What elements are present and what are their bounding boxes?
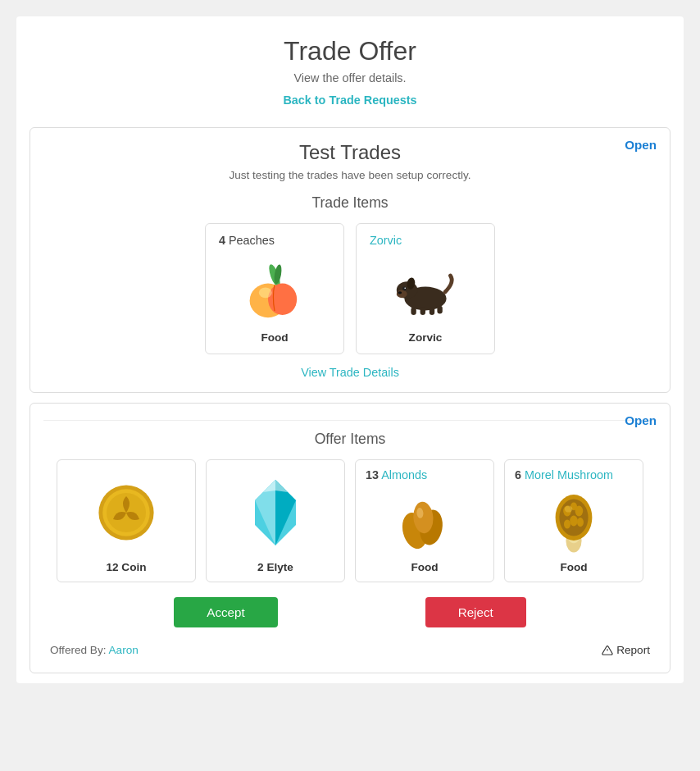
trade-card-title: Test Trades <box>43 141 657 164</box>
trade-items-heading: Trade Items <box>43 194 657 212</box>
offer-item-coin: 12 Coin <box>57 459 196 582</box>
view-trade-details-link[interactable]: View Trade Details <box>43 366 657 379</box>
elyte-icon-area <box>216 468 334 556</box>
card-footer: Offered By: Aaron Report <box>43 639 657 659</box>
svg-point-33 <box>570 515 578 526</box>
almonds-icon-area <box>366 485 484 556</box>
svg-rect-12 <box>411 307 416 315</box>
svg-point-3 <box>268 283 297 314</box>
coin-label: 12 Coin <box>106 561 146 573</box>
report-label: Report <box>616 644 650 656</box>
svg-rect-15 <box>437 305 442 313</box>
dog-icon <box>393 256 458 322</box>
zorvic-count-label: Zorvic <box>370 234 481 247</box>
peaches-name: Peaches <box>229 234 275 247</box>
page-subtitle: View the offer details. <box>33 71 667 84</box>
almonds-type-label: Food <box>411 561 438 573</box>
zorvic-icon-area <box>370 250 481 326</box>
trade-card-description: Just testing the trades have been setup … <box>43 169 657 181</box>
almonds-name: Almonds <box>381 468 427 481</box>
offer-items-heading: Offer Items <box>43 431 657 448</box>
trade-card-status: Open <box>625 138 657 152</box>
elyte-label: 2 Elyte <box>257 561 293 573</box>
report-link[interactable]: Report <box>602 644 650 656</box>
almond-icon <box>392 488 457 554</box>
offer-items-row: 12 Coin 2 Elyte 13 <box>43 459 657 582</box>
svg-marker-22 <box>263 480 288 492</box>
coin-icon-area <box>67 468 185 556</box>
mushroom-count: 6 <box>515 468 521 481</box>
offer-item-mushroom: 6 Morel Mushroom <box>504 459 643 582</box>
svg-rect-14 <box>430 307 434 315</box>
svg-rect-13 <box>420 307 425 315</box>
peaches-count: 4 <box>219 234 225 247</box>
zorvic-name: Zorvic <box>370 234 402 247</box>
almonds-count: 13 <box>366 468 379 481</box>
svg-point-9 <box>402 286 407 290</box>
mushroom-icon <box>541 488 607 554</box>
svg-point-7 <box>397 290 407 298</box>
coin-icon <box>93 480 159 545</box>
footer-actions: Accept Reject <box>43 597 657 627</box>
offer-item-elyte: 2 Elyte <box>206 459 345 582</box>
almonds-count-label: 13 Almonds <box>366 468 484 481</box>
mushroom-icon-area <box>515 485 633 556</box>
report-icon <box>602 645 613 656</box>
offered-by-text: Offered By: Aaron <box>50 644 139 656</box>
svg-point-37 <box>565 505 573 512</box>
peach-icon <box>242 256 307 322</box>
offer-item-almonds: 13 Almonds Food <box>355 459 494 582</box>
trade-card: Open Test Trades Just testing the trades… <box>30 127 670 393</box>
trade-items-row: 4 Peaches <box>43 223 657 354</box>
offered-by-name[interactable]: Aaron <box>109 644 139 656</box>
trade-item-zorvic: Zorvic <box>356 223 495 354</box>
page-title: Trade Offer <box>33 36 667 66</box>
crystal-icon <box>243 476 308 550</box>
page-header: Trade Offer View the offer details. Back… <box>16 16 684 117</box>
svg-point-8 <box>398 291 402 294</box>
mushroom-type-label: Food <box>560 561 587 573</box>
peaches-type-label: Food <box>261 331 288 344</box>
reject-button[interactable]: Reject <box>425 597 526 627</box>
page-wrapper: Trade Offer View the offer details. Back… <box>16 16 684 683</box>
peaches-count-label: 4 Peaches <box>219 234 330 247</box>
accept-button[interactable]: Accept <box>174 597 277 627</box>
mushroom-name: Morel Mushroom <box>525 468 613 481</box>
offer-card: Open Offer Items 12 Coin <box>30 403 670 673</box>
mushroom-count-label: 6 Morel Mushroom <box>515 468 633 481</box>
zorvic-type-label: Zorvic <box>409 331 443 344</box>
offer-card-status: Open <box>625 413 657 427</box>
svg-point-34 <box>564 519 570 528</box>
trade-item-peaches: 4 Peaches <box>205 223 344 354</box>
peaches-icon-area <box>219 250 330 326</box>
back-to-trade-requests-link[interactable]: Back to Trade Requests <box>283 94 416 107</box>
offer-divider <box>43 420 657 421</box>
svg-point-10 <box>404 287 406 289</box>
svg-point-4 <box>259 287 272 298</box>
svg-point-35 <box>577 518 584 527</box>
